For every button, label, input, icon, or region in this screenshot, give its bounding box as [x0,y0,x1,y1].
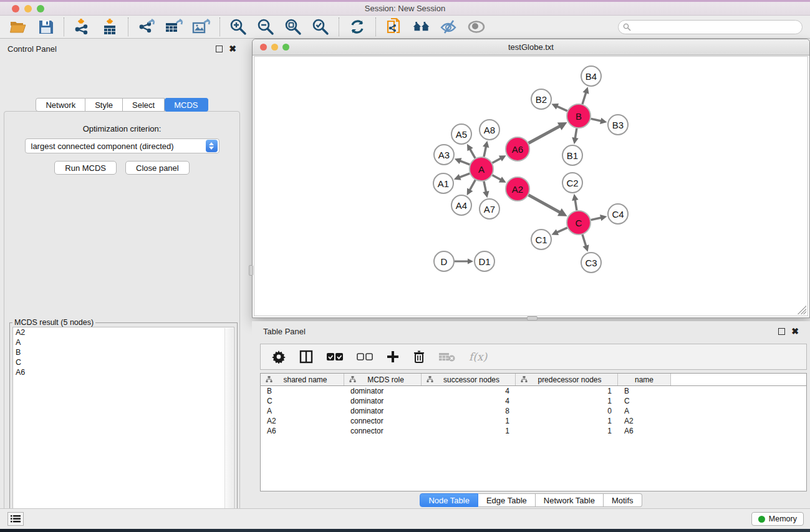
desktop-edge [0,529,810,532]
column-header-shared-name[interactable]: shared name [261,374,344,385]
export-image-icon[interactable] [192,17,211,36]
table-settings-icon[interactable] [272,350,286,364]
column-header-predecessor-nodes[interactable]: predecessor nodes [516,374,618,385]
graph-edge-arrow [572,137,578,144]
apply-layout-icon[interactable] [348,17,367,36]
graph-edge-A-A6[interactable] [493,158,501,163]
result-scrollbar[interactable] [224,328,233,531]
memory-button[interactable]: Memory [751,512,804,526]
graph-edge-arrow [483,191,489,198]
graph-edge-A-A4[interactable] [470,180,475,190]
task-history-button[interactable] [7,512,24,526]
zoom-out-icon[interactable] [256,17,275,36]
column-header-successor-nodes[interactable]: successor nodes [422,374,516,385]
select-all-icon[interactable] [327,353,343,361]
tab-edge-table[interactable]: Edge Table [478,493,536,507]
new-network-from-selection-icon[interactable] [385,17,403,36]
close-table-panel-icon[interactable]: ✖ [791,328,799,335]
graph-node-label: C2 [566,178,578,188]
graph-edge-C-C4[interactable] [591,218,602,220]
graph-edge-B-B1[interactable] [575,128,577,138]
close-panel-icon[interactable]: ✖ [229,46,236,52]
close-panel-button[interactable]: Close panel [125,161,190,175]
table-row[interactable]: A6connector11A6 [261,426,806,436]
graph-edge-A-A5[interactable] [470,149,475,158]
float-table-panel-icon[interactable] [778,328,785,335]
destroy-table-icon[interactable] [439,352,455,362]
mcds-result-list: A2ABCA6 [12,327,234,532]
table-cell: 1 [516,427,618,435]
table-row[interactable]: Adominator80A [261,406,806,416]
import-table-icon[interactable] [100,17,119,36]
graph-edge-A-A8[interactable] [484,147,486,157]
tab-network[interactable]: Network [36,98,85,112]
window-resize-grip[interactable] [798,306,806,314]
tab-select[interactable]: Select [123,98,165,112]
table-cell: C [261,397,344,405]
graph-edge-A-A7[interactable] [484,181,486,192]
save-session-icon[interactable] [36,17,55,36]
deselect-all-icon[interactable] [357,353,373,361]
search-input[interactable] [631,22,802,31]
table-row[interactable]: Cdominator41C [261,396,806,406]
column-header-MCDS-role[interactable]: MCDS role [344,374,422,385]
function-builder-icon[interactable]: f(x) [469,351,487,363]
memory-label: Memory [769,515,797,523]
search-container [618,20,803,34]
table-cell: A6 [261,427,344,435]
graph-edge-C-C2[interactable] [575,200,577,210]
graph-edge-A6-B[interactable] [529,126,561,143]
add-column-icon[interactable] [387,351,399,363]
table-cell: A [618,407,671,415]
tab-node-table[interactable]: Node Table [420,493,478,507]
graph-edge-C-C3[interactable] [582,235,586,246]
zoom-in-icon[interactable] [229,17,248,36]
graph-edge-B-B4[interactable] [582,92,586,104]
graph-edge-arrow [582,244,589,252]
graph-edge-B-B2[interactable] [557,106,567,111]
tab-network-table[interactable]: Network Table [536,493,604,507]
graph-edge-A2-C[interactable] [529,195,561,213]
hide-selected-icon[interactable] [440,17,458,36]
list-icon [11,515,21,523]
graph-node-label: A8 [484,125,495,135]
network-window-titlebar: testGlobe.txt [253,39,809,56]
optimization-criterion-dropdown[interactable]: largest connected component (directed) [25,138,219,153]
graph-node-label: B3 [612,120,624,130]
graph-edge-A-A1[interactable] [460,173,470,177]
table-row[interactable]: Bdominator41B [261,386,806,396]
graph-edge-B-B3[interactable] [591,118,602,121]
table-row[interactable]: A2connector11A2 [261,416,806,426]
table-cell: 0 [516,407,618,415]
network-canvas[interactable]: B4B2BB3A8A5A6B1A3AC2A1A2A4A7C4CC1C3DD1 [254,56,808,316]
graph-edge-arrow [600,118,607,124]
zoom-fit-icon[interactable] [284,17,302,36]
zoom-selected-icon[interactable] [311,17,330,36]
delete-column-icon[interactable] [413,350,425,364]
open-file-icon[interactable] [9,17,27,36]
tab-mcds[interactable]: MCDS [165,98,208,112]
export-network-icon[interactable] [137,17,156,36]
first-neighbors-icon[interactable] [412,17,431,36]
graph-edge-C-C1[interactable] [557,228,567,233]
float-panel-icon[interactable] [216,46,223,52]
show-columns-icon[interactable] [299,350,313,364]
node-table-header: shared nameMCDS rolesuccessor nodesprede… [261,374,806,386]
import-network-icon[interactable] [73,17,92,36]
graph-node-label: C3 [585,258,597,268]
run-mcds-button[interactable]: Run MCDS [54,161,117,175]
horizontal-splitter-grip[interactable] [527,316,538,321]
graph-edge-A-A3[interactable] [460,161,470,165]
graph-node-label: A2 [512,184,523,195]
show-all-icon[interactable] [467,17,486,36]
column-header-name[interactable]: name [618,374,671,385]
graph-edge-arrow [582,87,589,94]
tab-style[interactable]: Style [85,98,123,112]
search-field[interactable] [618,20,803,34]
tab-motifs[interactable]: Motifs [604,493,642,507]
vertical-splitter-grip[interactable] [249,265,253,276]
export-table-icon[interactable] [165,17,183,36]
mcds-result-item: B [13,347,234,357]
graph-edge-A-A2[interactable] [493,175,501,180]
table-cell: connector [344,427,422,435]
